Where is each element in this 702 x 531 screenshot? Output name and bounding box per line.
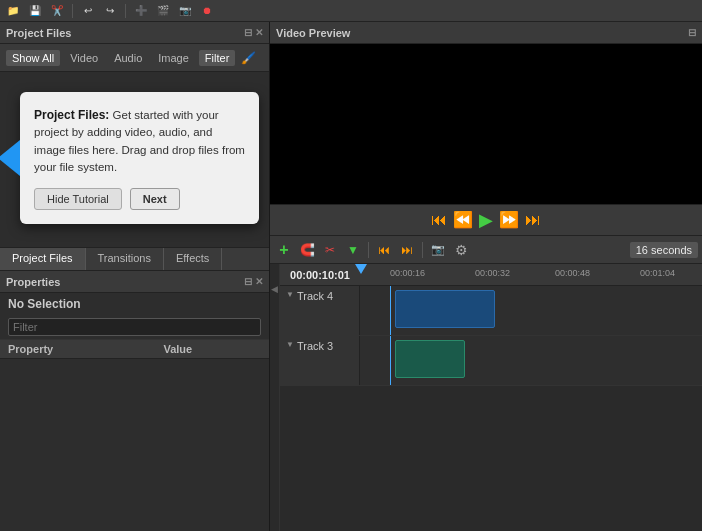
left-arrow-icon[interactable]: ◀	[271, 284, 278, 294]
bottom-left-tabs: Project Files Transitions Effects	[0, 247, 269, 271]
tutorial-buttons: Hide Tutorial Next	[34, 188, 245, 210]
value-col-header: Value	[155, 340, 269, 359]
capture-button[interactable]: 📷	[428, 240, 448, 260]
video-preview-controls: ⊟	[688, 27, 696, 38]
time-marker-2: 00:00:48	[555, 268, 590, 278]
left-panel: Project Files ⊟ ✕ Show All Video Audio I…	[0, 22, 270, 531]
toolbar-sep-2	[125, 4, 126, 18]
track-3-triangle: ▼	[286, 340, 294, 349]
no-selection-label: No Selection	[0, 293, 269, 315]
track-area: ▼ Track 4 ▼ Track 3	[280, 286, 702, 531]
filter-tabs: Show All Video Audio Image Filter 🖌️	[0, 44, 269, 72]
hide-tutorial-button[interactable]: Hide Tutorial	[34, 188, 122, 210]
video-preview-title: Video Preview	[276, 27, 350, 39]
properties-filter-input[interactable]	[8, 318, 261, 336]
magnet-button[interactable]: 🧲	[297, 240, 317, 260]
cut-button[interactable]: ✂	[320, 240, 340, 260]
properties-table: Property Value	[0, 340, 269, 359]
track-3-label: ▼ Track 3	[280, 336, 360, 385]
main-layout: Project Files ⊟ ✕ Show All Video Audio I…	[0, 22, 702, 531]
table-row: ▼ Track 4	[280, 286, 702, 336]
filter-row	[0, 315, 269, 340]
tab-filter[interactable]: Filter	[199, 50, 235, 66]
tab-audio[interactable]: Audio	[108, 50, 148, 66]
time-marker-0: 00:00:16	[390, 268, 425, 278]
save-icon[interactable]: 💾	[26, 3, 44, 19]
track-3-clip[interactable]	[395, 340, 465, 378]
video-preview-area	[270, 44, 702, 204]
add-track-button[interactable]: +	[274, 240, 294, 260]
new-icon[interactable]: 📁	[4, 3, 22, 19]
timeline-main: 00:00:10:01 00:00:16 00:00:32 00:00:48 0…	[280, 264, 702, 531]
video-icon[interactable]: 🎬	[154, 3, 172, 19]
video-preview-header: Video Preview ⊟	[270, 22, 702, 44]
playhead	[360, 264, 362, 285]
time-ruler: 00:00:10:01 00:00:16 00:00:32 00:00:48 0…	[280, 264, 702, 286]
toolbar-sep-1	[72, 4, 73, 18]
tutorial-title: Project Files:	[34, 108, 109, 122]
timeline-section: + 🧲 ✂ ▼ ⏮ ⏭ 📷 ⚙ 16 seconds ◀	[270, 236, 702, 531]
timeline-content: ◀ 00:00:10:01 00:00:16 00:00:32 00:00:48…	[270, 264, 702, 531]
tutorial-arrow	[0, 140, 20, 176]
timeline-sep-2	[422, 242, 423, 258]
skip-fwd-button[interactable]: ⏭	[397, 240, 417, 260]
playhead-triangle	[355, 264, 367, 274]
undo-icon[interactable]: ↩	[79, 3, 97, 19]
properties-header: Properties ⊟ ✕	[0, 271, 269, 293]
filter-dropdown-button[interactable]: ▼	[343, 240, 363, 260]
timeline-toolbar: + 🧲 ✂ ▼ ⏮ ⏭ 📷 ⚙ 16 seconds	[270, 236, 702, 264]
track-3-playhead	[390, 336, 391, 385]
more-button[interactable]: ⚙	[451, 240, 471, 260]
seconds-badge: 16 seconds	[630, 242, 698, 258]
clip-icon[interactable]: ✂️	[48, 3, 66, 19]
track-3-name: Track 3	[297, 340, 333, 352]
next-tutorial-button[interactable]: Next	[130, 188, 180, 210]
track-4-clip[interactable]	[395, 290, 495, 328]
image-icon[interactable]: 📷	[176, 3, 194, 19]
tab-effects[interactable]: Effects	[164, 248, 222, 270]
time-marker-3: 00:01:04	[640, 268, 675, 278]
tutorial-popup: Project Files: Get started with your pro…	[20, 92, 259, 224]
fast-forward-button[interactable]: ⏩	[499, 212, 519, 228]
tab-transitions[interactable]: Transitions	[86, 248, 164, 270]
project-files-header: Project Files ⊟ ✕	[0, 22, 269, 44]
project-files-controls: ⊟ ✕	[244, 27, 263, 38]
properties-panel: Properties ⊟ ✕ No Selection Property Val…	[0, 271, 269, 531]
add-icon[interactable]: ➕	[132, 3, 150, 19]
skip-end-button[interactable]: ⏭	[525, 212, 541, 228]
rewind-button[interactable]: ⏪	[453, 212, 473, 228]
project-files-title: Project Files	[6, 27, 71, 39]
filter-brush-icon[interactable]: 🖌️	[239, 49, 257, 67]
tutorial-text: Project Files: Get started with your pro…	[34, 106, 245, 176]
track-3-content[interactable]	[360, 336, 702, 385]
main-toolbar: 📁 💾 ✂️ ↩ ↪ ➕ 🎬 📷 ⏺	[0, 0, 702, 22]
track-4-label: ▼ Track 4	[280, 286, 360, 335]
track-4-playhead	[390, 286, 391, 335]
tab-image[interactable]: Image	[152, 50, 195, 66]
tab-project-files[interactable]: Project Files	[0, 248, 86, 270]
right-panel: Video Preview ⊟ ⏮ ⏪ ▶ ⏩ ⏭ + 🧲 ✂ ▼ ⏮ ⏭	[270, 22, 702, 531]
tab-show-all[interactable]: Show All	[6, 50, 60, 66]
current-time-display: 00:00:10:01	[280, 267, 360, 283]
timeline-sep-1	[368, 242, 369, 258]
timeline-left-gutter: ◀	[270, 264, 280, 531]
table-row: ▼ Track 3	[280, 336, 702, 386]
record-icon[interactable]: ⏺	[198, 3, 216, 19]
properties-title: Properties	[6, 276, 60, 288]
tab-video[interactable]: Video	[64, 50, 104, 66]
skip-back-button[interactable]: ⏮	[374, 240, 394, 260]
redo-icon[interactable]: ↪	[101, 3, 119, 19]
play-button[interactable]: ▶	[479, 211, 493, 229]
time-marker-1: 00:00:32	[475, 268, 510, 278]
project-files-content: Project Files: Get started with your pro…	[0, 72, 269, 247]
playback-controls: ⏮ ⏪ ▶ ⏩ ⏭	[270, 204, 702, 236]
property-col-header: Property	[0, 340, 155, 359]
track-4-content[interactable]	[360, 286, 702, 335]
track-4-triangle: ▼	[286, 290, 294, 299]
track-4-name: Track 4	[297, 290, 333, 302]
properties-icons: ⊟ ✕	[244, 276, 263, 287]
skip-start-button[interactable]: ⏮	[431, 212, 447, 228]
